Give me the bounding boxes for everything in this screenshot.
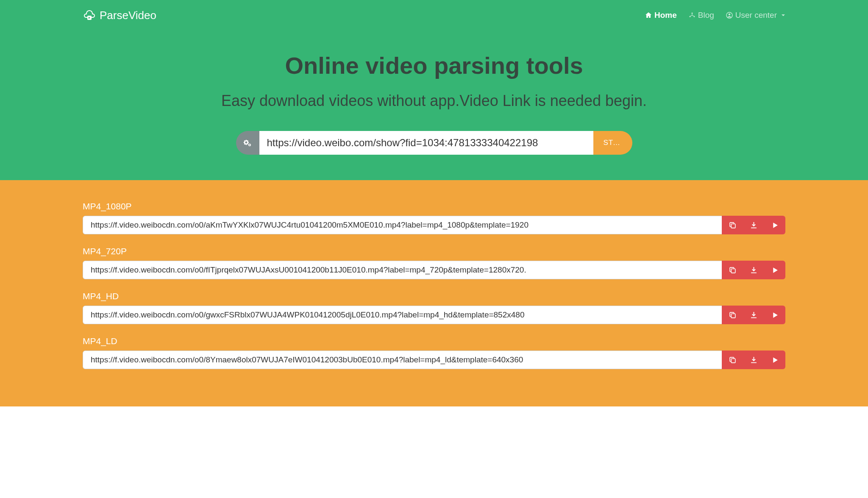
page-subtitle: Easy download videos without app.Video L… <box>0 92 868 110</box>
nav-links: Home Blog User center <box>645 11 785 20</box>
download-button[interactable] <box>743 261 764 279</box>
url-input-group: START... <box>236 131 632 155</box>
page-title: Online video parsing tools <box>0 52 868 79</box>
start-button[interactable]: START... <box>593 131 632 155</box>
svg-rect-10 <box>731 314 735 318</box>
navbar: ParseVideo Home Blog U <box>0 0 868 31</box>
result-url-input[interactable] <box>83 261 722 279</box>
user-icon <box>726 12 733 19</box>
result-label: MP4_LD <box>83 336 785 346</box>
result-url-input[interactable] <box>83 351 722 369</box>
result-block: MP4_LD <box>83 336 785 369</box>
nav-user-center-label: User center <box>735 11 777 20</box>
play-button[interactable] <box>764 306 785 324</box>
copy-button[interactable] <box>722 306 743 324</box>
settings-prefix[interactable] <box>236 131 259 155</box>
play-button[interactable] <box>764 261 785 279</box>
copy-button[interactable] <box>722 261 743 279</box>
result-label: MP4_1080P <box>83 201 785 211</box>
copy-icon <box>729 267 736 274</box>
brand-name: ParseVideo <box>100 9 156 22</box>
download-button[interactable] <box>743 306 764 324</box>
nav-blog-label: Blog <box>698 11 714 20</box>
gears-icon <box>243 139 252 147</box>
copy-button[interactable] <box>722 351 743 369</box>
download-button[interactable] <box>743 351 764 369</box>
result-url-input[interactable] <box>83 216 722 234</box>
chevron-down-icon <box>781 13 785 17</box>
download-icon <box>750 267 757 274</box>
result-url-input[interactable] <box>83 306 722 324</box>
download-icon <box>750 356 757 364</box>
svg-rect-11 <box>731 359 735 363</box>
nav-blog[interactable]: Blog <box>689 11 714 20</box>
play-icon <box>771 267 779 274</box>
svg-rect-8 <box>731 224 735 228</box>
copy-icon <box>729 356 736 364</box>
play-button[interactable] <box>764 351 785 369</box>
video-url-input[interactable] <box>259 131 593 155</box>
result-block: MP4_HD <box>83 291 785 324</box>
nav-home-label: Home <box>654 11 677 20</box>
play-icon <box>771 356 779 364</box>
play-button[interactable] <box>764 216 785 234</box>
result-label: MP4_HD <box>83 291 785 301</box>
brand-logo[interactable]: ParseVideo <box>83 8 156 22</box>
svg-rect-9 <box>731 269 735 273</box>
svg-point-5 <box>728 14 730 16</box>
download-button[interactable] <box>743 216 764 234</box>
nav-home[interactable]: Home <box>645 11 677 20</box>
result-block: MP4_720P <box>83 246 785 279</box>
result-label: MP4_720P <box>83 246 785 256</box>
svg-point-7 <box>249 145 250 146</box>
results-section: MP4_1080P MP4_720P <box>0 180 868 406</box>
spark-icon <box>689 12 696 19</box>
nav-user-center[interactable]: User center <box>726 11 785 20</box>
download-icon <box>750 312 757 319</box>
result-block: MP4_1080P <box>83 201 785 234</box>
copy-button[interactable] <box>722 216 743 234</box>
hero-content: Online video parsing tools Easy download… <box>0 31 868 155</box>
cloud-play-icon <box>83 8 96 22</box>
copy-icon <box>729 222 736 229</box>
play-icon <box>771 222 779 229</box>
copy-icon <box>729 312 736 319</box>
play-icon <box>771 312 779 319</box>
home-icon <box>645 12 652 19</box>
download-icon <box>750 222 757 229</box>
